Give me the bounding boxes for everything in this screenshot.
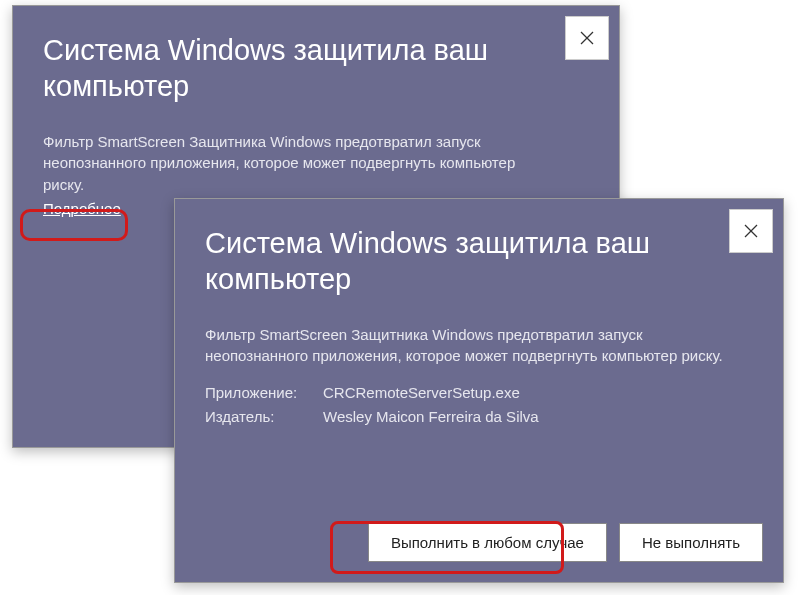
publisher-row: Издатель: Wesley Maicon Ferreira da Silv…: [205, 405, 753, 429]
smartscreen-dialog-expanded: Система Windows защитила ваш компьютер Ф…: [174, 198, 784, 583]
close-button[interactable]: [565, 16, 609, 60]
app-name-row: Приложение: CRCRemoteServerSetup.exe: [205, 381, 753, 405]
dialog-description: Фильтр SmartScreen Защитника Windows пре…: [175, 298, 783, 368]
dialog-title: Система Windows защитила ваш компьютер: [175, 199, 783, 298]
app-details: Приложение: CRCRemoteServerSetup.exe Изд…: [175, 367, 783, 429]
close-icon: [580, 31, 594, 45]
app-label: Приложение:: [205, 381, 315, 405]
app-value: CRCRemoteServerSetup.exe: [323, 381, 520, 405]
close-icon: [744, 224, 758, 238]
dialog-description: Фильтр SmartScreen Защитника Windows пре…: [13, 105, 619, 196]
publisher-label: Издатель:: [205, 405, 315, 429]
close-button[interactable]: [729, 209, 773, 253]
dialog-buttons: Выполнить в любом случае Не выполнять: [368, 523, 763, 562]
run-anyway-button[interactable]: Выполнить в любом случае: [368, 523, 607, 562]
dialog-title: Система Windows защитила ваш компьютер: [13, 6, 619, 105]
dont-run-button[interactable]: Не выполнять: [619, 523, 763, 562]
publisher-value: Wesley Maicon Ferreira da Silva: [323, 405, 539, 429]
more-info-link[interactable]: Подробнее: [43, 200, 121, 217]
